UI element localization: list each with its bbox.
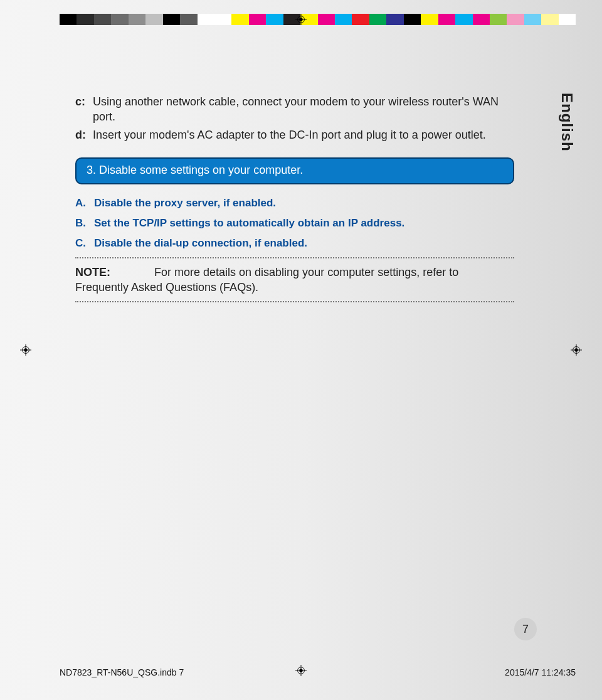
- color-swatch: [60, 14, 77, 25]
- sub-label: A.: [75, 197, 94, 209]
- color-swatch: [129, 14, 145, 25]
- color-swatch: [94, 14, 111, 25]
- step-text: Insert your modem's AC adapter to the DC…: [93, 127, 486, 142]
- color-swatch: [421, 14, 438, 25]
- color-swatch: [386, 14, 403, 25]
- sub-label: B.: [75, 217, 94, 230]
- sub-label: C.: [75, 237, 94, 250]
- color-swatch: [77, 14, 93, 25]
- color-swatch: [318, 14, 335, 25]
- registration-mark-icon: [571, 344, 582, 356]
- sub-item: C. Disable the dial-up connection, if en…: [75, 237, 502, 250]
- color-swatch: [335, 14, 352, 25]
- color-swatch: [541, 14, 558, 25]
- color-swatch: [404, 14, 421, 25]
- color-swatch: [524, 14, 541, 25]
- sub-text: Disable the dial-up connection, if enabl…: [94, 237, 307, 250]
- color-swatch: [559, 14, 576, 25]
- footer-timestamp: 2015/4/7 11:24:35: [505, 667, 576, 677]
- note-block: NOTE:For more details on disabling your …: [75, 257, 514, 303]
- step-item: c: Using another network cable, connect …: [75, 94, 502, 125]
- step-label: d:: [75, 127, 93, 142]
- page-number: 7: [514, 618, 537, 640]
- footer-filename: ND7823_RT-N56U_QSG.indb 7: [60, 667, 184, 677]
- registration-mark-icon: [295, 14, 307, 25]
- sub-item: A. Disable the proxy server, if enabled.: [75, 197, 502, 209]
- registration-mark-icon: [20, 344, 31, 356]
- color-swatch: [266, 14, 283, 25]
- sub-text: Disable the proxy server, if enabled.: [94, 197, 276, 209]
- color-swatch: [473, 14, 490, 25]
- page-content: c: Using another network cable, connect …: [75, 94, 527, 302]
- sub-text: Set the TCP/IP settings to automatically…: [94, 217, 404, 230]
- language-tab: English: [558, 93, 576, 152]
- note-text: For more details on disabling your compu…: [75, 266, 458, 294]
- sub-list: A. Disable the proxy server, if enabled.…: [75, 197, 502, 250]
- step-item: d: Insert your modem's AC adapter to the…: [75, 127, 502, 142]
- color-swatch: [490, 14, 507, 25]
- color-swatch: [214, 14, 231, 25]
- color-swatch: [111, 14, 128, 25]
- color-swatch: [352, 14, 369, 25]
- step-text: Using another network cable, connect you…: [93, 94, 502, 125]
- color-swatch: [163, 14, 180, 25]
- color-swatch: [231, 14, 248, 25]
- step-label: c:: [75, 94, 93, 125]
- color-swatch: [198, 14, 214, 25]
- color-swatch: [507, 14, 524, 25]
- color-swatch: [369, 14, 386, 25]
- color-swatch: [438, 14, 455, 25]
- sub-item: B. Set the TCP/IP settings to automatica…: [75, 217, 502, 230]
- print-colorbar: [60, 14, 576, 25]
- color-swatch: [145, 14, 162, 25]
- print-footer: ND7823_RT-N56U_QSG.indb 7 2015/4/7 11:24…: [60, 667, 576, 677]
- color-swatch: [249, 14, 266, 25]
- color-swatch: [455, 14, 472, 25]
- section-heading-box: 3. Disable some settings on your compute…: [75, 157, 514, 184]
- note-label: NOTE:: [75, 266, 110, 278]
- color-swatch: [180, 14, 197, 25]
